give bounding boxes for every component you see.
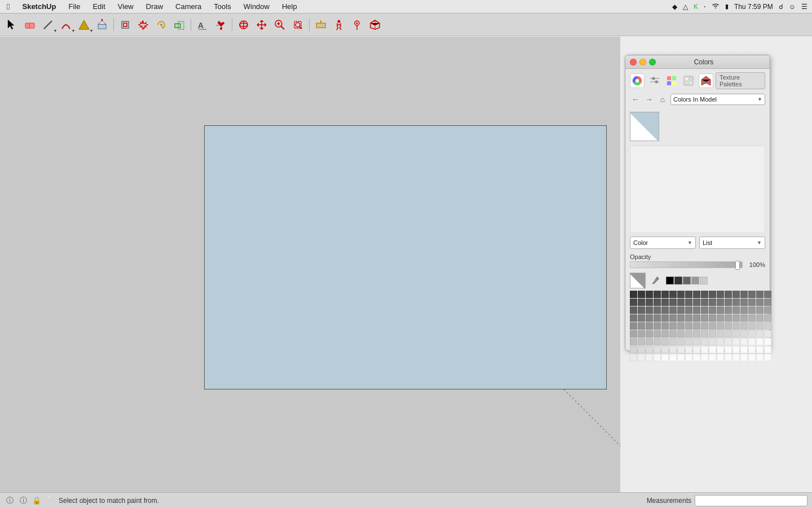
color-cell[interactable] xyxy=(709,314,716,322)
color-cell[interactable] xyxy=(740,346,748,353)
dropbox-icon[interactable]: ◆ xyxy=(672,3,677,11)
color-cell[interactable] xyxy=(756,330,764,338)
model-dropdown[interactable]: Colors In Model ▼ xyxy=(670,94,765,105)
color-cell[interactable] xyxy=(685,338,692,345)
color-cell[interactable] xyxy=(646,346,653,353)
color-cell[interactable] xyxy=(646,306,653,314)
color-cell[interactable] xyxy=(764,299,771,306)
color-cell[interactable] xyxy=(732,346,740,353)
swatch-mid[interactable] xyxy=(691,277,699,284)
paint-bucket-tool[interactable] xyxy=(212,16,229,33)
color-cell[interactable] xyxy=(654,330,661,338)
nav-home-btn[interactable]: ⌂ xyxy=(657,94,668,105)
scale-tool[interactable] xyxy=(171,16,188,33)
color-cell[interactable] xyxy=(756,306,764,314)
color-cell[interactable] xyxy=(654,354,661,361)
color-cell[interactable] xyxy=(748,322,756,330)
opacity-thumb[interactable] xyxy=(735,261,740,270)
color-cell[interactable] xyxy=(646,330,653,338)
color-cell[interactable] xyxy=(701,306,708,314)
color-cell[interactable] xyxy=(701,314,708,322)
wifi-icon[interactable] xyxy=(712,2,720,11)
color-cell[interactable] xyxy=(764,354,771,361)
color-cell[interactable] xyxy=(701,338,708,345)
color-cell[interactable] xyxy=(709,346,716,353)
color-cell[interactable] xyxy=(638,314,645,322)
color-cell[interactable] xyxy=(661,338,669,345)
color-cell[interactable] xyxy=(693,330,700,338)
color-cell[interactable] xyxy=(756,354,764,361)
color-cell[interactable] xyxy=(677,299,685,306)
get-models-tool[interactable] xyxy=(367,16,383,33)
color-cell[interactable] xyxy=(661,354,669,361)
menu-file[interactable]: File xyxy=(66,2,82,11)
section-plane-tool[interactable] xyxy=(312,16,329,33)
color-cell[interactable] xyxy=(638,291,645,298)
panel-zoom-btn[interactable] xyxy=(649,59,656,65)
color-cell[interactable] xyxy=(654,314,661,322)
color-cell[interactable] xyxy=(669,338,677,345)
color-cell[interactable] xyxy=(669,306,677,314)
color-cell[interactable] xyxy=(685,314,692,322)
color-cell[interactable] xyxy=(685,346,692,353)
color-cell[interactable] xyxy=(661,291,669,298)
color-cell[interactable] xyxy=(685,306,692,314)
tab-sliders[interactable] xyxy=(647,73,661,88)
apple-menu[interactable]:  xyxy=(5,2,12,11)
color-cell[interactable] xyxy=(740,306,748,314)
swatch-mid-dark[interactable] xyxy=(683,277,691,284)
color-cell[interactable] xyxy=(630,299,637,306)
color-cell[interactable] xyxy=(669,299,677,306)
text-tool[interactable]: A xyxy=(194,16,211,33)
color-cell[interactable] xyxy=(756,338,764,345)
zoom-extents-tool[interactable] xyxy=(289,16,306,33)
panel-minimize-btn[interactable] xyxy=(639,59,646,65)
color-cell[interactable] xyxy=(740,338,748,345)
color-cell[interactable] xyxy=(764,330,771,338)
color-cell[interactable] xyxy=(725,338,732,345)
color-cell[interactable] xyxy=(709,354,716,361)
color-cell[interactable] xyxy=(693,291,700,298)
color-cell[interactable] xyxy=(677,306,685,314)
color-cell[interactable] xyxy=(717,299,724,306)
color-cell[interactable] xyxy=(732,306,740,314)
color-cell[interactable] xyxy=(748,306,756,314)
texture-palettes-btn[interactable]: Texture Palettes xyxy=(716,72,765,89)
color-cell[interactable] xyxy=(748,354,756,361)
color-cell[interactable] xyxy=(717,322,724,330)
color-cell[interactable] xyxy=(740,314,748,322)
color-cell[interactable] xyxy=(654,322,661,330)
color-cell[interactable] xyxy=(661,346,669,353)
color-cell[interactable] xyxy=(701,299,708,306)
rotate-tool[interactable] xyxy=(153,16,170,33)
color-cell[interactable] xyxy=(685,299,692,306)
color-cell[interactable] xyxy=(677,322,685,330)
select-tool[interactable] xyxy=(3,16,20,33)
status-lock-icon[interactable]: 🔒 xyxy=(32,496,42,506)
color-cell[interactable] xyxy=(709,330,716,338)
walkthrough-tool[interactable] xyxy=(330,16,347,33)
color-cell[interactable] xyxy=(748,330,756,338)
color-cell[interactable] xyxy=(693,338,700,345)
color-cell[interactable] xyxy=(725,299,732,306)
color-cell[interactable] xyxy=(669,314,677,322)
notification-icon[interactable]: △ xyxy=(683,3,688,11)
color-cell[interactable] xyxy=(756,291,764,298)
color-cell[interactable] xyxy=(701,291,708,298)
color-cell[interactable] xyxy=(725,330,732,338)
menu-help[interactable]: Help xyxy=(280,2,299,11)
color-cell[interactable] xyxy=(748,299,756,306)
color-cell[interactable] xyxy=(717,306,724,314)
color-cell[interactable] xyxy=(732,322,740,330)
color-cell[interactable] xyxy=(654,338,661,345)
color-cell[interactable] xyxy=(740,322,748,330)
color-cell[interactable] xyxy=(717,291,724,298)
color-cell[interactable] xyxy=(764,291,771,298)
color-cell[interactable] xyxy=(669,330,677,338)
color-cell[interactable] xyxy=(630,338,637,345)
color-cell[interactable] xyxy=(669,291,677,298)
color-cell[interactable] xyxy=(646,314,653,322)
add-location-tool[interactable] xyxy=(348,16,365,33)
color-cell[interactable] xyxy=(685,291,692,298)
status-question-icon[interactable]: ❔ xyxy=(45,496,55,506)
